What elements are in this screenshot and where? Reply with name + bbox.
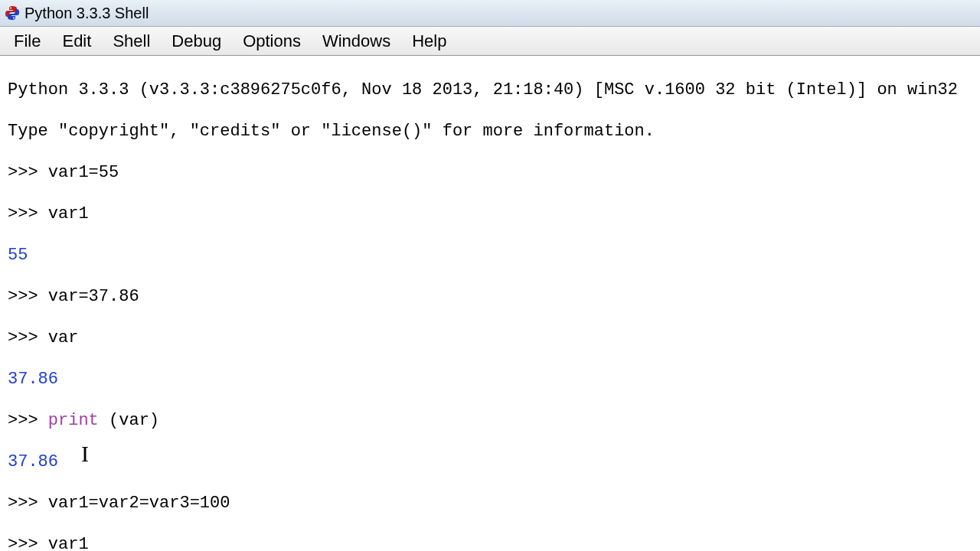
window-title: Python 3.3.3 Shell: [24, 5, 149, 22]
menu-windows[interactable]: Windows: [312, 28, 401, 54]
menu-options[interactable]: Options: [232, 28, 312, 54]
shell-line: >>> var=37.86: [8, 286, 972, 307]
prompt: >>>: [8, 535, 48, 551]
menu-help[interactable]: Help: [401, 28, 457, 54]
prompt: >>>: [8, 287, 48, 306]
prompt: >>>: [8, 411, 48, 430]
svg-point-0: [10, 8, 11, 9]
svg-point-1: [13, 18, 15, 19]
shell-input: var=37.86: [48, 287, 139, 306]
prompt: >>>: [8, 163, 48, 182]
titlebar: Python 3.3.3 Shell: [0, 0, 980, 27]
shell-input: var1: [48, 535, 89, 551]
shell-input: var1=var2=var3=100: [48, 494, 230, 513]
shell-output: 55: [8, 245, 972, 266]
menu-file[interactable]: File: [3, 28, 51, 54]
menubar: File Edit Shell Debug Options Windows He…: [0, 27, 980, 56]
shell-line: >>> var: [8, 328, 972, 348]
python-icon: [5, 5, 20, 21]
prompt: >>>: [8, 494, 48, 513]
prompt: >>>: [8, 328, 48, 347]
menu-shell[interactable]: Shell: [102, 28, 161, 54]
prompt: >>>: [8, 204, 48, 223]
builtin-print: print: [48, 411, 99, 430]
shell-line: >>> print (var): [8, 410, 972, 431]
menu-debug[interactable]: Debug: [161, 28, 232, 54]
banner-line: Python 3.3.3 (v3.3.3:c3896275c0f6, Nov 1…: [8, 80, 972, 100]
shell-line: >>> var1: [8, 204, 972, 224]
shell-line: >>> var1: [8, 534, 972, 551]
shell-input: (var): [99, 411, 159, 430]
banner-line: Type "copyright", "credits" or "license(…: [8, 121, 972, 142]
menu-edit[interactable]: Edit: [51, 28, 102, 54]
shell-input: var: [48, 328, 79, 347]
shell-output: 37.86: [8, 369, 972, 390]
shell-input: var1=55: [48, 163, 119, 182]
shell-text-area[interactable]: Python 3.3.3 (v3.3.3:c3896275c0f6, Nov 1…: [0, 56, 980, 551]
shell-output: 37.86: [8, 452, 972, 472]
shell-line: >>> var1=var2=var3=100: [8, 493, 972, 514]
shell-input: var1: [48, 204, 89, 223]
shell-line: >>> var1=55: [8, 162, 972, 183]
